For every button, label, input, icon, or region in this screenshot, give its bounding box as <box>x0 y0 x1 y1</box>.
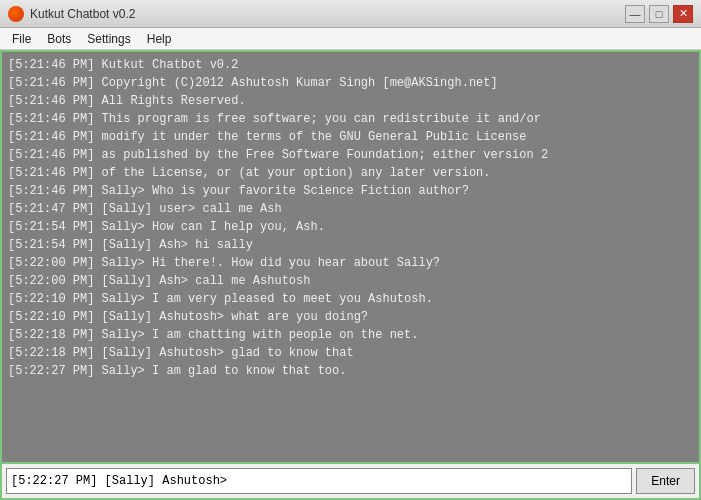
chat-line: [5:21:46 PM] as published by the Free So… <box>8 146 693 164</box>
chat-line: [5:21:54 PM] Sally> How can I help you, … <box>8 218 693 236</box>
menu-bar: File Bots Settings Help <box>0 28 701 50</box>
chat-line: [5:22:10 PM] [Sally] Ashutosh> what are … <box>8 308 693 326</box>
chat-line: [5:21:46 PM] of the License, or (at your… <box>8 164 693 182</box>
chat-line: [5:22:18 PM] Sally> I am chatting with p… <box>8 326 693 344</box>
chat-input[interactable] <box>6 468 632 494</box>
chat-line: [5:21:46 PM] This program is free softwa… <box>8 110 693 128</box>
title-bar-controls: — □ ✕ <box>625 5 693 23</box>
app-icon <box>8 6 24 22</box>
window-title: Kutkut Chatbot v0.2 <box>30 7 135 21</box>
chat-line: [5:21:54 PM] [Sally] Ash> hi sally <box>8 236 693 254</box>
menu-bots[interactable]: Bots <box>39 30 79 48</box>
chat-line: [5:21:46 PM] Sally> Who is your favorite… <box>8 182 693 200</box>
title-bar: Kutkut Chatbot v0.2 — □ ✕ <box>0 0 701 28</box>
input-bar: Enter <box>2 462 699 498</box>
chat-line: [5:22:18 PM] [Sally] Ashutosh> glad to k… <box>8 344 693 362</box>
menu-help[interactable]: Help <box>139 30 180 48</box>
minimize-button[interactable]: — <box>625 5 645 23</box>
menu-file[interactable]: File <box>4 30 39 48</box>
maximize-button[interactable]: □ <box>649 5 669 23</box>
main-window: [5:21:46 PM] Kutkut Chatbot v0.2[5:21:46… <box>0 50 701 500</box>
chat-line: [5:22:10 PM] Sally> I am very pleased to… <box>8 290 693 308</box>
enter-button[interactable]: Enter <box>636 468 695 494</box>
chat-area[interactable]: [5:21:46 PM] Kutkut Chatbot v0.2[5:21:46… <box>2 52 699 462</box>
chat-line: [5:21:47 PM] [Sally] user> call me Ash <box>8 200 693 218</box>
title-bar-left: Kutkut Chatbot v0.2 <box>8 6 135 22</box>
menu-settings[interactable]: Settings <box>79 30 138 48</box>
chat-line: [5:21:46 PM] Kutkut Chatbot v0.2 <box>8 56 693 74</box>
chat-line: [5:21:46 PM] Copyright (C)2012 Ashutosh … <box>8 74 693 92</box>
chat-line: [5:21:46 PM] All Rights Reserved. <box>8 92 693 110</box>
chat-line: [5:22:00 PM] Sally> Hi there!. How did y… <box>8 254 693 272</box>
chat-line: [5:22:00 PM] [Sally] Ash> call me Ashuto… <box>8 272 693 290</box>
close-button[interactable]: ✕ <box>673 5 693 23</box>
chat-line: [5:22:27 PM] Sally> I am glad to know th… <box>8 362 693 380</box>
chat-line: [5:21:46 PM] modify it under the terms o… <box>8 128 693 146</box>
